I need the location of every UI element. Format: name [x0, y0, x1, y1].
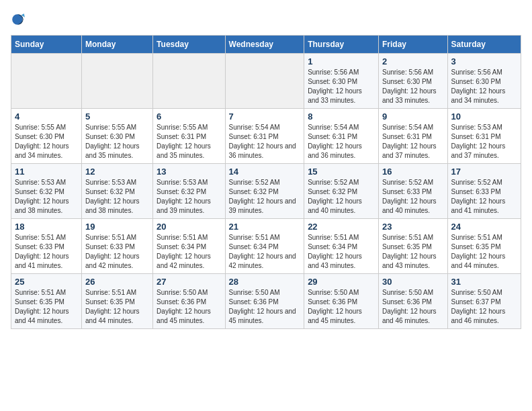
day-info: Sunrise: 5:54 AMSunset: 6:31 PMDaylight:… — [308, 123, 375, 161]
calendar-cell: 27Sunrise: 5:50 AMSunset: 6:36 PMDayligh… — [153, 274, 225, 329]
weekday-header: Tuesday — [153, 36, 225, 54]
day-info: Sunrise: 5:51 AMSunset: 6:34 PMDaylight:… — [308, 233, 375, 271]
day-info: Sunrise: 5:50 AMSunset: 6:36 PMDaylight:… — [308, 288, 375, 326]
day-number: 23 — [382, 222, 444, 232]
calendar-cell: 3Sunrise: 5:56 AMSunset: 6:30 PMDaylight… — [447, 54, 521, 109]
calendar-week-row: 18Sunrise: 5:51 AMSunset: 6:33 PMDayligh… — [11, 219, 521, 274]
calendar-week-row: 4Sunrise: 5:55 AMSunset: 6:30 PMDaylight… — [11, 109, 521, 164]
day-number: 7 — [229, 111, 301, 122]
calendar-week-row: 11Sunrise: 5:53 AMSunset: 6:32 PMDayligh… — [11, 164, 521, 219]
day-info: Sunrise: 5:51 AMSunset: 6:34 PMDaylight:… — [229, 233, 301, 271]
calendar-cell: 16Sunrise: 5:52 AMSunset: 6:33 PMDayligh… — [378, 164, 447, 219]
day-info: Sunrise: 5:52 AMSunset: 6:33 PMDaylight:… — [451, 178, 517, 216]
weekday-header-row: SundayMondayTuesdayWednesdayThursdayFrid… — [11, 36, 521, 54]
calendar-cell: 18Sunrise: 5:51 AMSunset: 6:33 PMDayligh… — [11, 219, 82, 274]
page-header — [11, 11, 521, 27]
day-info: Sunrise: 5:53 AMSunset: 6:32 PMDaylight:… — [85, 178, 149, 216]
calendar-week-row: 1Sunrise: 5:56 AMSunset: 6:30 PMDaylight… — [11, 54, 521, 109]
day-info: Sunrise: 5:54 AMSunset: 6:31 PMDaylight:… — [229, 123, 301, 161]
day-info: Sunrise: 5:52 AMSunset: 6:32 PMDaylight:… — [308, 178, 375, 216]
calendar-cell: 13Sunrise: 5:53 AMSunset: 6:32 PMDayligh… — [153, 164, 225, 219]
day-number: 14 — [229, 167, 301, 177]
weekday-header: Thursday — [304, 36, 379, 54]
day-number: 8 — [308, 111, 375, 122]
weekday-header: Friday — [378, 36, 447, 54]
day-info: Sunrise: 5:51 AMSunset: 6:33 PMDaylight:… — [85, 233, 149, 271]
day-number: 30 — [382, 277, 444, 287]
calendar-cell: 6Sunrise: 5:55 AMSunset: 6:31 PMDaylight… — [153, 109, 225, 164]
calendar-cell: 25Sunrise: 5:51 AMSunset: 6:35 PMDayligh… — [11, 274, 82, 329]
day-number: 1 — [308, 56, 375, 66]
calendar-cell: 10Sunrise: 5:53 AMSunset: 6:31 PMDayligh… — [447, 109, 521, 164]
day-number: 16 — [382, 167, 444, 177]
day-info: Sunrise: 5:50 AMSunset: 6:37 PMDaylight:… — [451, 288, 517, 326]
calendar-table: SundayMondayTuesdayWednesdayThursdayFrid… — [11, 35, 521, 329]
calendar-cell: 30Sunrise: 5:50 AMSunset: 6:36 PMDayligh… — [378, 274, 447, 329]
weekday-header: Wednesday — [225, 36, 304, 54]
day-info: Sunrise: 5:51 AMSunset: 6:33 PMDaylight:… — [15, 233, 78, 271]
calendar-cell — [225, 54, 304, 109]
calendar-cell: 4Sunrise: 5:55 AMSunset: 6:30 PMDaylight… — [11, 109, 82, 164]
calendar-cell — [82, 54, 153, 109]
day-info: Sunrise: 5:52 AMSunset: 6:32 PMDaylight:… — [229, 178, 301, 216]
calendar-cell: 1Sunrise: 5:56 AMSunset: 6:30 PMDaylight… — [304, 54, 379, 109]
calendar-cell: 20Sunrise: 5:51 AMSunset: 6:34 PMDayligh… — [153, 219, 225, 274]
day-info: Sunrise: 5:53 AMSunset: 6:32 PMDaylight:… — [15, 178, 78, 216]
calendar-cell: 21Sunrise: 5:51 AMSunset: 6:34 PMDayligh… — [225, 219, 304, 274]
calendar-cell: 22Sunrise: 5:51 AMSunset: 6:34 PMDayligh… — [304, 219, 379, 274]
day-number: 2 — [382, 56, 444, 66]
day-number: 26 — [85, 277, 149, 287]
weekday-header: Sunday — [11, 36, 82, 54]
day-info: Sunrise: 5:52 AMSunset: 6:33 PMDaylight:… — [382, 178, 444, 216]
calendar-cell: 24Sunrise: 5:51 AMSunset: 6:35 PMDayligh… — [447, 219, 521, 274]
day-info: Sunrise: 5:53 AMSunset: 6:31 PMDaylight:… — [451, 123, 517, 161]
day-info: Sunrise: 5:55 AMSunset: 6:30 PMDaylight:… — [15, 123, 78, 161]
calendar-cell — [11, 54, 82, 109]
day-number: 25 — [15, 277, 78, 287]
day-info: Sunrise: 5:56 AMSunset: 6:30 PMDaylight:… — [308, 68, 375, 105]
calendar-cell: 9Sunrise: 5:54 AMSunset: 6:31 PMDaylight… — [378, 109, 447, 164]
calendar-cell: 17Sunrise: 5:52 AMSunset: 6:33 PMDayligh… — [447, 164, 521, 219]
logo — [11, 11, 28, 27]
day-info: Sunrise: 5:55 AMSunset: 6:31 PMDaylight:… — [157, 123, 221, 161]
day-number: 19 — [85, 222, 149, 232]
weekday-header: Monday — [82, 36, 153, 54]
calendar-cell: 2Sunrise: 5:56 AMSunset: 6:30 PMDaylight… — [378, 54, 447, 109]
day-info: Sunrise: 5:56 AMSunset: 6:30 PMDaylight:… — [451, 68, 517, 105]
day-number: 24 — [451, 222, 517, 232]
day-number: 5 — [85, 111, 149, 122]
calendar-cell: 15Sunrise: 5:52 AMSunset: 6:32 PMDayligh… — [304, 164, 379, 219]
day-info: Sunrise: 5:51 AMSunset: 6:35 PMDaylight:… — [85, 288, 149, 326]
day-number: 13 — [157, 167, 221, 177]
day-info: Sunrise: 5:50 AMSunset: 6:36 PMDaylight:… — [382, 288, 444, 326]
day-number: 22 — [308, 222, 375, 232]
calendar-cell: 29Sunrise: 5:50 AMSunset: 6:36 PMDayligh… — [304, 274, 379, 329]
day-number: 21 — [229, 222, 301, 232]
calendar-cell: 31Sunrise: 5:50 AMSunset: 6:37 PMDayligh… — [447, 274, 521, 329]
day-number: 4 — [15, 111, 78, 122]
day-info: Sunrise: 5:51 AMSunset: 6:35 PMDaylight:… — [382, 233, 444, 271]
day-number: 6 — [157, 111, 221, 122]
logo-icon — [11, 12, 26, 27]
day-number: 17 — [451, 167, 517, 177]
day-number: 27 — [157, 277, 221, 287]
calendar-cell: 7Sunrise: 5:54 AMSunset: 6:31 PMDaylight… — [225, 109, 304, 164]
weekday-header: Saturday — [447, 36, 521, 54]
calendar-cell: 12Sunrise: 5:53 AMSunset: 6:32 PMDayligh… — [82, 164, 153, 219]
day-info: Sunrise: 5:55 AMSunset: 6:30 PMDaylight:… — [85, 123, 149, 161]
day-info: Sunrise: 5:51 AMSunset: 6:35 PMDaylight:… — [15, 288, 78, 326]
day-number: 11 — [15, 167, 78, 177]
day-number: 12 — [85, 167, 149, 177]
day-number: 29 — [308, 277, 375, 287]
calendar-cell: 19Sunrise: 5:51 AMSunset: 6:33 PMDayligh… — [82, 219, 153, 274]
day-number: 31 — [451, 277, 517, 287]
calendar-cell: 11Sunrise: 5:53 AMSunset: 6:32 PMDayligh… — [11, 164, 82, 219]
day-info: Sunrise: 5:50 AMSunset: 6:36 PMDaylight:… — [229, 288, 301, 326]
day-info: Sunrise: 5:50 AMSunset: 6:36 PMDaylight:… — [157, 288, 221, 326]
day-number: 3 — [451, 56, 517, 66]
calendar-cell: 26Sunrise: 5:51 AMSunset: 6:35 PMDayligh… — [82, 274, 153, 329]
day-info: Sunrise: 5:56 AMSunset: 6:30 PMDaylight:… — [382, 68, 444, 105]
calendar-cell: 23Sunrise: 5:51 AMSunset: 6:35 PMDayligh… — [378, 219, 447, 274]
day-info: Sunrise: 5:53 AMSunset: 6:32 PMDaylight:… — [157, 178, 221, 216]
calendar-cell: 14Sunrise: 5:52 AMSunset: 6:32 PMDayligh… — [225, 164, 304, 219]
